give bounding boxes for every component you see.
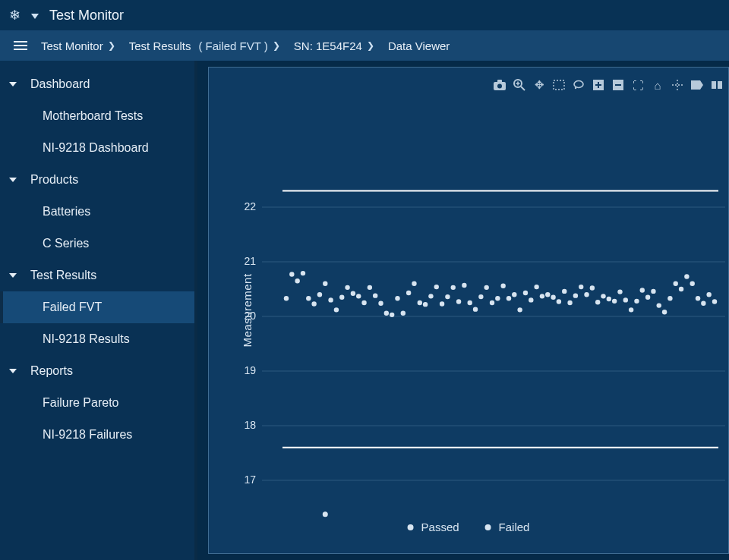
svg-point-38 — [334, 307, 339, 312]
svg-point-81 — [573, 293, 578, 297]
svg-point-94 — [645, 295, 650, 300]
pan-icon[interactable]: ✥ — [532, 78, 546, 92]
spike-icon[interactable] — [671, 78, 684, 92]
chart-panel: ✥ ⛶ ⌂ Measurement 17 18 19 20 21 22 — [208, 67, 729, 554]
svg-point-46 — [378, 301, 383, 306]
app-logo-icon: ❄ — [9, 7, 21, 24]
svg-point-32 — [301, 271, 305, 275]
sidebar-group-label: Products — [30, 173, 78, 187]
home-icon[interactable]: ⌂ — [651, 78, 664, 92]
svg-point-45 — [373, 293, 377, 297]
svg-point-55 — [428, 294, 433, 298]
svg-point-71 — [517, 307, 522, 312]
svg-point-79 — [562, 289, 566, 294]
svg-point-104 — [701, 301, 705, 306]
sidebar-item-batteries[interactable]: Batteries — [0, 196, 194, 228]
zoom-in-icon[interactable] — [513, 78, 526, 92]
breadcrumb-label: Data Viewer — [388, 39, 450, 52]
y-tick-19: 19 — [233, 364, 256, 376]
svg-point-66 — [490, 300, 494, 305]
sidebar-item-ni9218-results[interactable]: NI-9218 Results — [0, 323, 194, 355]
sidebar-group-dashboard[interactable]: Dashboard — [0, 68, 194, 100]
sidebar-item-ni9218-dashboard[interactable]: NI-9218 Dashboard — [0, 132, 194, 164]
svg-point-102 — [690, 282, 695, 286]
svg-point-73 — [529, 297, 533, 302]
svg-point-103 — [696, 296, 700, 300]
y-tick-20: 20 — [233, 310, 256, 322]
breadcrumb-serial[interactable]: SN: 1E54F24 ❯ — [294, 39, 374, 52]
svg-point-36 — [323, 282, 327, 286]
svg-point-91 — [629, 307, 633, 312]
svg-point-68 — [500, 283, 505, 288]
svg-point-29 — [284, 296, 289, 300]
svg-point-67 — [495, 296, 500, 300]
breadcrumb-label: SN: 1E54F24 — [294, 39, 362, 52]
box-select-icon[interactable] — [552, 78, 566, 92]
svg-point-83 — [584, 292, 589, 297]
sidebar-item-failed-fvt[interactable]: Failed FVT — [0, 291, 194, 323]
camera-icon[interactable] — [493, 78, 507, 92]
breadcrumb-label: Test Results — [129, 39, 191, 52]
breadcrumb-test-results[interactable]: Test Results ( Failed FVT ) ❯ — [129, 39, 280, 52]
svg-point-70 — [512, 292, 516, 297]
lasso-icon[interactable] — [572, 78, 585, 92]
breadcrumb-data-viewer[interactable]: Data Viewer — [388, 39, 450, 52]
y-tick-22: 22 — [233, 200, 256, 212]
breadcrumb-label: Test Monitor — [41, 39, 103, 52]
compare-icon[interactable] — [710, 78, 724, 92]
y-tick-21: 21 — [233, 255, 256, 267]
svg-point-40 — [345, 285, 349, 290]
svg-point-58 — [445, 294, 450, 299]
measurement-scatter[interactable] — [262, 121, 725, 546]
hamburger-menu-icon[interactable] — [14, 41, 27, 50]
svg-point-49 — [395, 296, 399, 300]
sidebar-group-products[interactable]: Products — [0, 164, 194, 196]
svg-marker-18 — [691, 80, 703, 90]
zoom-minus-icon[interactable] — [611, 78, 625, 92]
sidebar-group-reports[interactable]: Reports — [0, 355, 194, 387]
caret-down-icon — [9, 178, 17, 182]
zoom-plus-icon[interactable] — [592, 78, 605, 92]
svg-point-107 — [323, 511, 328, 517]
autoscale-icon[interactable]: ⛶ — [631, 78, 645, 92]
legend-passed[interactable]: Passed — [408, 521, 459, 533]
sidebar-group-label: Test Results — [30, 269, 96, 282]
svg-point-50 — [401, 310, 406, 315]
breadcrumb-test-monitor[interactable]: Test Monitor ❯ — [41, 39, 115, 52]
svg-point-33 — [306, 296, 311, 300]
svg-rect-20 — [718, 81, 722, 89]
sidebar-group-test-results[interactable]: Test Results — [0, 260, 194, 291]
sidebar-item-motherboard-tests[interactable]: Motherboard Tests — [0, 100, 194, 132]
svg-point-48 — [390, 313, 394, 317]
svg-point-52 — [412, 282, 416, 286]
sidebar-group-label: Reports — [30, 364, 73, 378]
app-menu-dropdown[interactable] — [31, 8, 39, 24]
sidebar-item-c-series[interactable]: C Series — [0, 228, 194, 260]
svg-point-80 — [567, 300, 572, 305]
svg-rect-2 — [497, 80, 502, 83]
sidebar-item-ni9218-failures[interactable]: NI-9218 Failures — [0, 419, 194, 451]
chevron-right-icon: ❯ — [367, 40, 374, 51]
svg-point-54 — [423, 302, 428, 307]
svg-point-92 — [634, 299, 639, 304]
svg-point-69 — [507, 296, 511, 300]
label-icon[interactable] — [690, 78, 704, 92]
svg-point-42 — [356, 294, 361, 298]
svg-point-30 — [289, 272, 294, 276]
svg-point-84 — [590, 285, 595, 290]
svg-point-89 — [617, 289, 622, 294]
svg-point-34 — [311, 301, 316, 306]
svg-point-98 — [667, 296, 672, 300]
chart-legend: Passed Failed — [408, 521, 530, 533]
svg-point-100 — [679, 287, 683, 291]
caret-down-icon — [9, 369, 17, 373]
legend-failed[interactable]: Failed — [485, 521, 530, 533]
svg-point-101 — [684, 274, 689, 278]
svg-point-95 — [651, 289, 655, 294]
sidebar-item-failure-pareto[interactable]: Failure Pareto — [0, 387, 194, 419]
svg-point-96 — [657, 303, 661, 307]
svg-point-97 — [662, 310, 667, 314]
caret-down-icon — [9, 273, 17, 278]
svg-rect-19 — [712, 81, 716, 89]
svg-point-43 — [361, 300, 366, 305]
